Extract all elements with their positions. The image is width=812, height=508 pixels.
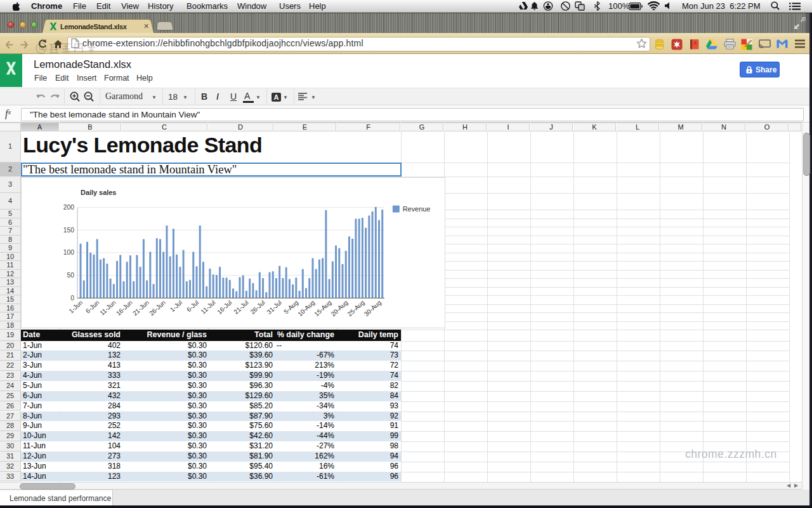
svg-text:20-Aug: 20-Aug <box>329 299 349 318</box>
svg-text:Revenue: Revenue <box>403 205 431 213</box>
svg-text:16-Jul: 16-Jul <box>216 299 233 316</box>
svg-text:31-Jul: 31-Jul <box>266 299 283 316</box>
svg-text:26-Jul: 26-Jul <box>249 299 266 316</box>
svg-text:25-Aug: 25-Aug <box>346 299 366 318</box>
svg-text:11-Jul: 11-Jul <box>200 299 217 316</box>
svg-text:15-Aug: 15-Aug <box>313 299 332 318</box>
svg-text:21-Jul: 21-Jul <box>232 299 249 316</box>
svg-text:0: 0 <box>70 295 74 302</box>
svg-text:100: 100 <box>63 249 75 256</box>
svg-text:10-Aug: 10-Aug <box>296 299 316 318</box>
svg-text:16-Jun: 16-Jun <box>115 299 134 317</box>
svg-text:1-Jul: 1-Jul <box>169 299 183 314</box>
svg-text:11-Jun: 11-Jun <box>98 299 117 317</box>
svg-text:50: 50 <box>67 272 75 279</box>
svg-text:21-Jun: 21-Jun <box>131 299 150 317</box>
svg-text:30-Aug: 30-Aug <box>363 299 383 318</box>
svg-text:200: 200 <box>63 204 75 211</box>
svg-text:Daily sales: Daily sales <box>81 189 116 196</box>
svg-text:150: 150 <box>63 227 75 234</box>
svg-text:26-Jun: 26-Jun <box>148 299 167 317</box>
svg-text:6-Jun: 6-Jun <box>84 299 101 315</box>
svg-text:6-Jul: 6-Jul <box>185 299 200 314</box>
